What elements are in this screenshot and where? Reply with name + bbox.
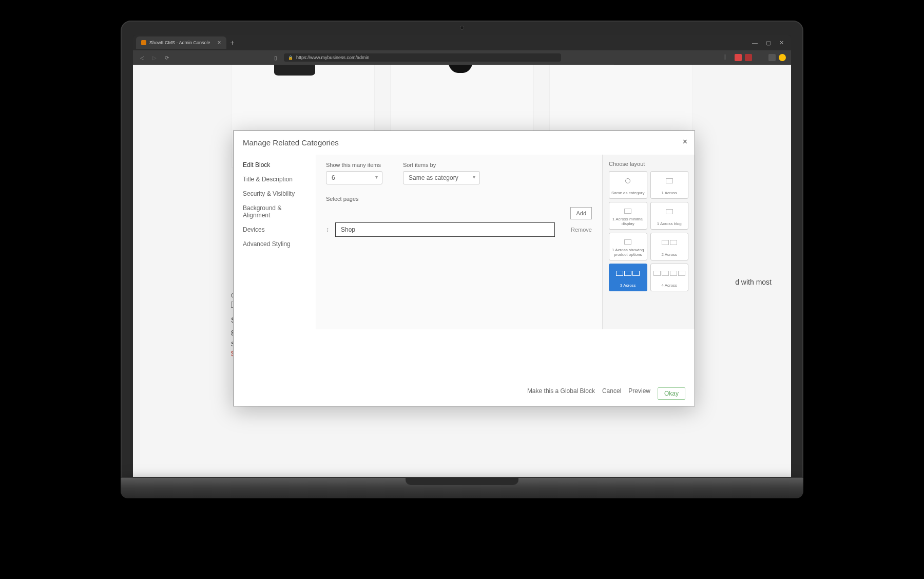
select-pages-label: Select pages	[326, 196, 592, 202]
page-content: d with most Decorative Black Globe QUICK…	[133, 65, 791, 477]
truncated-text: d with most	[735, 278, 772, 286]
browser-tab[interactable]: ShowIt CMS - Admin Console ×	[136, 36, 226, 49]
close-tab-icon[interactable]: ×	[218, 39, 221, 46]
sidebar-item-title-description[interactable]: Title & Description	[234, 172, 315, 186]
reload-button[interactable]: ⟳	[163, 55, 171, 61]
sort-items-label: Sort items by	[403, 162, 480, 168]
window-close-button[interactable]: ✕	[779, 40, 784, 46]
tab-favicon-icon	[141, 40, 146, 45]
new-tab-button[interactable]: +	[226, 39, 239, 47]
modal-sidebar: Edit Block Title & Description Security …	[234, 155, 316, 329]
browser-window: ShowIt CMS - Admin Console × + — ▢ ✕ ◁ ▷…	[133, 35, 791, 477]
make-global-block-link[interactable]: Make this a Global Block	[527, 387, 595, 400]
layout-panel: Choose layout Same as category1 Across1 …	[602, 155, 695, 329]
url-input[interactable]: 🔒 https://www.mybusiness.com/admin	[284, 53, 561, 62]
extension-icon[interactable]	[735, 54, 742, 61]
layout-option-label: Same as category	[611, 191, 645, 195]
layout-option-label: 1 Across blog	[653, 221, 686, 226]
layout-option-label: 4 Across	[653, 283, 686, 288]
remove-link[interactable]: Remove	[561, 227, 592, 233]
layout-option[interactable]: 1 Across minimal display	[609, 202, 647, 230]
sidebar-item-edit-block[interactable]: Edit Block	[234, 158, 315, 172]
show-items-label: Show this many items	[326, 162, 382, 168]
url-text: https://www.mybusiness.com/admin	[296, 55, 370, 60]
browser-extensions: |	[724, 54, 786, 61]
layout-option[interactable]: 1 Across blog	[650, 202, 689, 230]
view-site-info-icon[interactable]: ▯	[272, 55, 280, 61]
layout-option[interactable]: 4 Across	[650, 264, 689, 291]
sidebar-item-security-visibility[interactable]: Security & Visibility	[234, 186, 315, 201]
choose-layout-label: Choose layout	[609, 161, 688, 167]
show-items-select[interactable]: 6	[326, 171, 382, 184]
close-icon[interactable]: ×	[683, 137, 687, 146]
add-button[interactable]: Add	[570, 207, 592, 219]
drag-handle-icon[interactable]: ↕	[326, 226, 329, 233]
layout-option-label: 1 Across	[653, 191, 686, 195]
layout-option[interactable]: 1 Across	[650, 171, 689, 199]
tab-title: ShowIt CMS - Admin Console	[149, 40, 210, 45]
sort-items-select[interactable]: Same as category	[403, 171, 480, 184]
extension-icon[interactable]	[745, 54, 752, 61]
layout-option-label: 2 Across	[653, 252, 686, 257]
okay-button[interactable]: Okay	[658, 387, 685, 400]
lock-icon: 🔒	[288, 55, 293, 60]
layout-option[interactable]: 2 Across	[650, 233, 689, 260]
window-maximize-button[interactable]: ▢	[766, 40, 771, 46]
modal-header: Manage Related Categories ×	[234, 131, 695, 155]
layout-option-label: 3 Across	[611, 283, 645, 288]
sidebar-item-background-alignment[interactable]: Background & Alignment	[234, 201, 315, 222]
layout-option[interactable]: Same as category	[609, 171, 647, 199]
window-minimize-button[interactable]: —	[752, 40, 758, 46]
page-input[interactable]	[335, 222, 555, 237]
layout-option[interactable]: 3 Across	[609, 264, 647, 291]
layout-option[interactable]: 1 Across showing product options	[609, 233, 647, 260]
sidebar-item-devices[interactable]: Devices	[234, 222, 315, 237]
profile-icon[interactable]	[779, 54, 786, 61]
forward-button[interactable]: ▷	[150, 55, 159, 61]
modal-footer: Make this a Global Block Cancel Preview …	[234, 381, 695, 406]
layout-option-label: 1 Across showing product options	[611, 248, 645, 257]
manage-categories-modal: Manage Related Categories × Edit Block T…	[233, 130, 695, 406]
modal-title: Manage Related Categories	[243, 138, 339, 147]
browser-tab-bar: ShowIt CMS - Admin Console × + — ▢ ✕	[133, 35, 791, 50]
browser-address-bar: ◁ ▷ ⟳ ▯ 🔒 https://www.mybusiness.com/adm…	[133, 50, 791, 65]
sidebar-item-advanced-styling[interactable]: Advanced Styling	[234, 237, 315, 251]
layout-option-label: 1 Across minimal display	[611, 217, 645, 226]
cancel-button[interactable]: Cancel	[602, 387, 621, 400]
back-button[interactable]: ◁	[138, 55, 146, 61]
extension-icon[interactable]	[768, 54, 776, 61]
preview-button[interactable]: Preview	[628, 387, 650, 400]
